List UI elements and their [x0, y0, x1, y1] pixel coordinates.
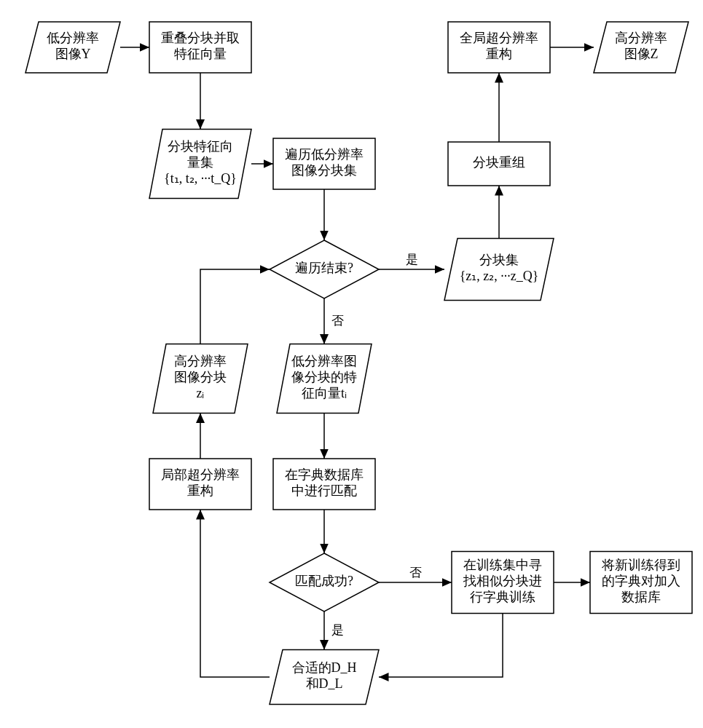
- node-text: 遍历低分辨率: [285, 147, 364, 162]
- node-text: 在训练集中寻: [463, 558, 542, 572]
- node-text: 图像分块集: [291, 163, 357, 178]
- node-text: 分块集: [479, 253, 519, 267]
- node-text: {z₁, z₂, ···z_Q}: [460, 269, 539, 283]
- edge-label: 否: [331, 314, 344, 328]
- node-text: 行字典训练: [470, 590, 535, 604]
- node-text: 全局超分辨率: [460, 31, 538, 45]
- node-text: 重构: [486, 47, 512, 61]
- node-text: 的字典对加入: [602, 574, 680, 588]
- node-text: 像分块的特: [291, 370, 357, 384]
- edge-label: 否: [409, 566, 422, 579]
- edge-label: 是: [331, 623, 344, 637]
- edge-label: 是: [406, 253, 418, 266]
- node-text: 在字典数据库: [285, 467, 364, 482]
- node-text: zᵢ: [197, 386, 205, 400]
- node-text: 合适的D_H: [292, 660, 357, 675]
- node-text: 找相似分块进: [463, 574, 542, 588]
- node-text: 中进行匹配: [291, 483, 357, 498]
- node-text: 分块特征向: [168, 139, 233, 154]
- node-text: 重构: [187, 483, 213, 498]
- node-text: 局部超分辨率: [161, 467, 240, 482]
- node-text: 和D_L: [306, 676, 343, 691]
- flowchart-canvas: 低分辨率图像Y重叠分块并取特征向量全局超分辨率重构高分辨率图像Z分块特征向量集{…: [0, 0, 703, 728]
- node-text: 高分辨率: [615, 31, 667, 45]
- node-text: {t₁, t₂, ···t_Q}: [164, 171, 237, 186]
- node-text: 高分辨率: [174, 354, 227, 368]
- node-text: 图像分块: [174, 370, 227, 384]
- node-text: 匹配成功?: [295, 574, 353, 588]
- node-text: 将新训练得到: [601, 558, 680, 572]
- node-text: 分块重组: [473, 155, 525, 170]
- node-text: 征向量tᵢ: [302, 386, 347, 400]
- node-text: 低分辨率: [47, 31, 99, 45]
- node-text: 重叠分块并取: [161, 31, 240, 45]
- node-text: 低分辨率图: [291, 354, 357, 368]
- node-text: 图像Z: [624, 47, 659, 61]
- node-text: 图像Y: [55, 47, 91, 61]
- node-text: 遍历结束?: [295, 261, 353, 275]
- node-text: 量集: [187, 155, 213, 170]
- node-text: 数据库: [621, 590, 661, 604]
- node-text: 特征向量: [174, 47, 227, 61]
